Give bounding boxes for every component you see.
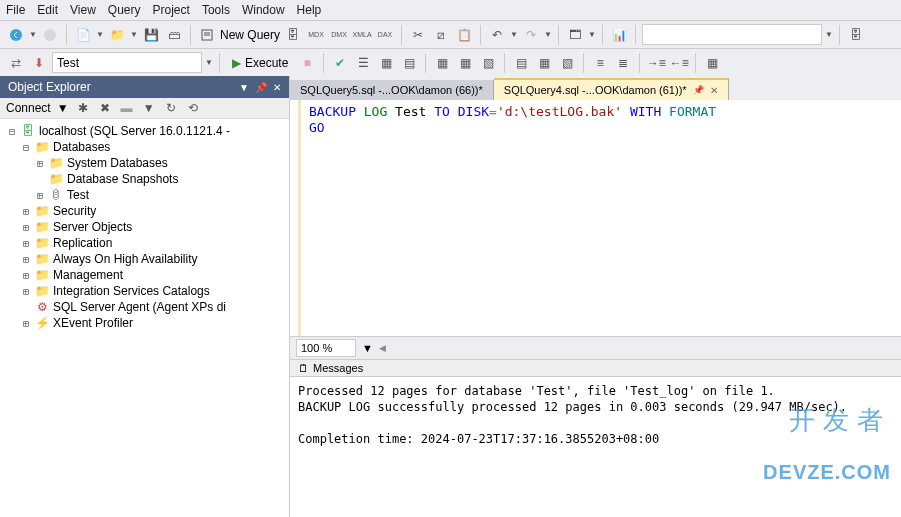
include-plan-icon[interactable]: ▦ (432, 53, 452, 73)
results-file-icon[interactable]: ▧ (557, 53, 577, 73)
object-tree[interactable]: ⊟🗄localhost (SQL Server 16.0.1121.4 - ⊟📁… (0, 119, 289, 517)
filter-off-icon[interactable]: ▬ (119, 101, 135, 115)
registered-servers-icon[interactable]: 🗄 (846, 25, 866, 45)
tab-sqlquery5[interactable]: SQLQuery5.sql -...OOK\damon (66))* (290, 80, 494, 100)
intellisense-icon[interactable]: ▤ (399, 53, 419, 73)
results-grid-icon[interactable]: ▦ (534, 53, 554, 73)
stop-button[interactable]: ■ (297, 53, 317, 73)
indent-icon[interactable]: →≡ (646, 53, 666, 73)
object-explorer-panel: Object Explorer ▼ 📌 ✕ Connect▼ ✱ ✖ ▬ ▼ ↻… (0, 76, 290, 517)
nav-fwd-button[interactable] (40, 25, 60, 45)
uncomment-icon[interactable]: ≣ (613, 53, 633, 73)
sync-icon[interactable]: ⟲ (185, 101, 201, 115)
activity-monitor-icon[interactable]: 📊 (609, 25, 629, 45)
cut-button[interactable]: ✂ (408, 25, 428, 45)
new-query-icon[interactable] (197, 25, 217, 45)
redo-button[interactable]: ↷ (521, 25, 541, 45)
menu-bar: File Edit View Query Project Tools Windo… (0, 0, 901, 20)
tab-sqlquery4[interactable]: SQLQuery4.sql -...OOK\damon (61))*📌✕ (494, 78, 729, 100)
server-objects-node[interactable]: Server Objects (53, 220, 132, 234)
editor-tabs: SQLQuery5.sql -...OOK\damon (66))* SQLQu… (290, 76, 901, 100)
xmla-icon[interactable]: XMLA (352, 25, 372, 45)
menu-window[interactable]: Window (242, 3, 285, 17)
copy-button[interactable]: ⧄ (431, 25, 451, 45)
scroll-left-icon[interactable]: ◀ (379, 343, 386, 353)
test-db-node[interactable]: Test (67, 188, 89, 202)
menu-file[interactable]: File (6, 3, 25, 17)
isc-node[interactable]: Integration Services Catalogs (53, 284, 210, 298)
security-node[interactable]: Security (53, 204, 96, 218)
alwayson-node[interactable]: Always On High Availability (53, 252, 198, 266)
new-query-button[interactable]: New Query (220, 28, 280, 42)
system-databases-node[interactable]: System Databases (67, 156, 168, 170)
refresh-icon[interactable]: ↻ (163, 101, 179, 115)
pin-icon[interactable]: 📌 (255, 82, 267, 93)
client-stats-icon[interactable]: ▧ (478, 53, 498, 73)
xevent-node[interactable]: XEvent Profiler (53, 316, 133, 330)
svg-point-0 (10, 29, 22, 41)
open-button[interactable]: 📁 (107, 25, 127, 45)
paste-button[interactable]: 📋 (454, 25, 474, 45)
sql-editor[interactable]: BACKUP LOG Test TO DISK='d:\testLOG.bak'… (298, 100, 901, 336)
query-toolbar: ⇄ ⬇ ▼ ▶Execute ■ ✔ ☰ ▦ ▤ ▦ ▦ ▧ ▤ ▦ ▧ ≡ ≣… (0, 48, 901, 76)
autohide-dropdown-icon[interactable]: ▼ (239, 82, 249, 93)
nav-back-drop[interactable]: ▼ (29, 30, 37, 39)
replication-node[interactable]: Replication (53, 236, 112, 250)
properties-icon[interactable]: 🗔 (565, 25, 585, 45)
outdent-icon[interactable]: ←≡ (669, 53, 689, 73)
mdx-icon[interactable]: MDX (306, 25, 326, 45)
save-button[interactable]: 💾 (141, 25, 161, 45)
menu-query[interactable]: Query (108, 3, 141, 17)
agent-node[interactable]: SQL Server Agent (Agent XPs di (53, 300, 226, 314)
database-combo[interactable] (52, 52, 202, 73)
management-node[interactable]: Management (53, 268, 123, 282)
save-all-button[interactable]: 🗃 (164, 25, 184, 45)
pin-tab-icon[interactable]: 📌 (693, 85, 704, 95)
object-explorer-title: Object Explorer ▼ 📌 ✕ (0, 76, 289, 98)
messages-tab[interactable]: 🗒 Messages (290, 359, 901, 377)
undo-button[interactable]: ↶ (487, 25, 507, 45)
execute-button[interactable]: ▶Execute (226, 52, 294, 74)
menu-help[interactable]: Help (297, 3, 322, 17)
specify-values-icon[interactable]: ▦ (702, 53, 722, 73)
db-engine-query-icon[interactable]: 🗄 (283, 25, 303, 45)
parse-button[interactable]: ✔ (330, 53, 350, 73)
results-text-icon[interactable]: ▤ (511, 53, 531, 73)
menu-view[interactable]: View (70, 3, 96, 17)
change-connection-icon[interactable]: ⇄ (6, 53, 26, 73)
messages-pane[interactable]: Processed 12 pages for database 'Test', … (290, 377, 901, 517)
connect-toolbar: Connect▼ ✱ ✖ ▬ ▼ ↻ ⟲ (0, 98, 289, 119)
close-panel-icon[interactable]: ✕ (273, 82, 281, 93)
stop-icon[interactable]: ✖ (97, 101, 113, 115)
comment-icon[interactable]: ≡ (590, 53, 610, 73)
disconnect-icon[interactable]: ✱ (75, 101, 91, 115)
svg-point-1 (44, 29, 56, 41)
display-plan-icon[interactable]: ☰ (353, 53, 373, 73)
filter-icon[interactable]: ▼ (141, 101, 157, 115)
snapshots-node[interactable]: Database Snapshots (67, 172, 178, 186)
menu-edit[interactable]: Edit (37, 3, 58, 17)
nav-back-button[interactable] (6, 25, 26, 45)
server-node[interactable]: localhost (SQL Server 16.0.1121.4 - (39, 124, 230, 138)
zoom-select[interactable] (296, 339, 356, 357)
watermark: 开发者 DEVZE.COM (763, 379, 891, 509)
zoom-bar: ▼ ◀ (290, 336, 901, 359)
search-combo[interactable] (642, 24, 822, 45)
menu-project[interactable]: Project (153, 3, 190, 17)
new-item-button[interactable]: 📄 (73, 25, 93, 45)
main-toolbar: ▼ 📄▼ 📁▼ 💾 🗃 New Query 🗄 MDX DMX XMLA DAX… (0, 20, 901, 48)
databases-node[interactable]: Databases (53, 140, 110, 154)
live-stats-icon[interactable]: ▦ (455, 53, 475, 73)
menu-tools[interactable]: Tools (202, 3, 230, 17)
query-options-icon[interactable]: ▦ (376, 53, 396, 73)
close-tab-icon[interactable]: ✕ (710, 85, 718, 96)
messages-icon: 🗒 (298, 362, 309, 374)
available-db-icon[interactable]: ⬇ (29, 53, 49, 73)
dmx-icon[interactable]: DMX (329, 25, 349, 45)
dax-icon[interactable]: DAX (375, 25, 395, 45)
connect-button[interactable]: Connect (6, 101, 51, 115)
editor-area: SQLQuery5.sql -...OOK\damon (66))* SQLQu… (290, 76, 901, 517)
